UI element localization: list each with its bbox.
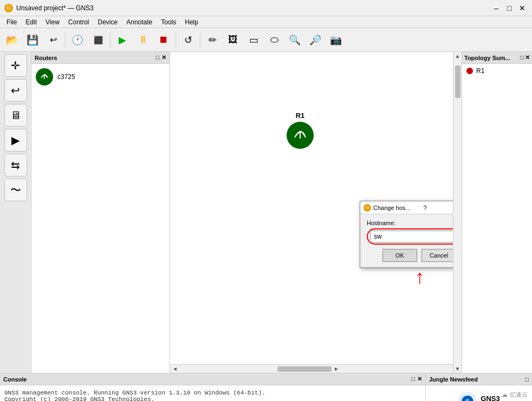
topology-item-r1[interactable]: R1 [462, 64, 532, 78]
status-dot-red [466, 68, 473, 74]
news-header: Jungle Newsfeed □ [426, 373, 532, 385]
terminal-button[interactable]: ⬛ [88, 30, 108, 50]
hostname-label: Hostname: [367, 220, 462, 226]
dialog-question-mark[interactable]: ? [424, 205, 427, 211]
rectangle-button[interactable]: ▭ [244, 30, 263, 50]
pause-button[interactable]: ⏸ [133, 30, 153, 50]
edit-button[interactable]: ✏ [203, 30, 222, 50]
devices-close-button[interactable]: ✕ [161, 54, 166, 61]
hostname-input-wrapper [367, 228, 462, 245]
console-restore-button[interactable]: □ [411, 376, 415, 383]
left-sidebar: ✛ ↩ 🖥 ▶ ⇆ 〜 [0, 52, 31, 373]
minimize-button[interactable]: – [491, 3, 502, 14]
dialog-title: Change hos... [373, 205, 411, 211]
close-button[interactable]: ✕ [517, 3, 528, 14]
ok-button[interactable]: OK [382, 249, 417, 262]
navigate-button[interactable]: ✛ [4, 54, 27, 77]
watermark: ☁ 亿速云 [502, 391, 528, 399]
menu-edit[interactable]: Edit [21, 17, 41, 27]
play-button[interactable]: ▶ [113, 30, 132, 50]
scroll-right-arrow[interactable]: ► [332, 366, 341, 372]
dialog-titlebar: G Change hos... ? ✕ [360, 201, 462, 214]
network-button[interactable]: ⇆ [4, 154, 27, 176]
up-arrow: ↑ [415, 266, 425, 288]
image-button[interactable]: 🖼 [223, 30, 243, 50]
dialog-buttons: OK Cancel [367, 249, 462, 262]
menu-view[interactable]: View [41, 17, 64, 27]
back-button[interactable]: ↩ [4, 79, 27, 102]
zoom-out-button[interactable]: 🔎 [306, 30, 325, 50]
topology-r1-label: R1 [476, 67, 484, 75]
monitor-button[interactable]: 🖥 [4, 104, 27, 127]
news-title: Jungle Newsfeed [429, 376, 478, 383]
main-area: ✛ ↩ 🖥 ▶ ⇆ 〜 Routers □ ✕ [0, 52, 532, 373]
save-button[interactable]: 💾 [23, 30, 42, 50]
scroll-down-arrow[interactable]: ▼ [455, 365, 460, 373]
menu-tools[interactable]: Tools [157, 17, 180, 27]
menu-file[interactable]: File [2, 17, 21, 27]
open-folder-button[interactable]: 📂 [2, 30, 22, 50]
zoom-in-button[interactable]: 🔍 [285, 30, 304, 50]
dialog-body: Hostname: OK Cancel [360, 214, 462, 267]
snake-button[interactable]: 〜 [4, 179, 27, 201]
topology-title: Topology Sum... [464, 55, 510, 61]
devices-list: c3725 [31, 64, 170, 90]
r1-label: R1 [296, 111, 305, 120]
bottom-area: Console □ ✕ GNS3 management console. Run… [0, 373, 532, 401]
screenshot-button[interactable]: 📷 [326, 30, 346, 50]
toolbar-separator-3 [176, 32, 176, 48]
topology-close-button[interactable]: ✕ [525, 54, 530, 61]
watermark-icon: ☁ [502, 391, 508, 398]
topology-restore-button[interactable]: □ [520, 54, 524, 61]
devices-restore-button[interactable]: □ [155, 54, 159, 61]
canvas-vertical-scrollbar[interactable]: ▲ ▼ [453, 52, 462, 373]
r1-router-icon[interactable] [287, 122, 314, 149]
devices-header: Routers □ ✕ [31, 52, 170, 64]
hostname-input[interactable] [370, 231, 462, 242]
menu-bar: File Edit View Control Device Annotate T… [0, 16, 532, 28]
news-restore-button[interactable]: □ [525, 376, 529, 383]
router-icon [36, 68, 53, 86]
console-title: Console [3, 376, 27, 383]
title-bar: G Unsaved project* — GNS3 – □ ✕ [0, 0, 532, 16]
console-header: Console □ ✕ [0, 373, 425, 385]
scroll-thumb[interactable] [455, 65, 460, 98]
r1-node[interactable]: R1 [287, 111, 314, 149]
jungle-logo-text-block: GNS3 Jungle [481, 395, 499, 401]
undo-button[interactable]: ↺ [178, 30, 198, 50]
window-title: Unsaved project* — GNS3 [16, 4, 94, 12]
dialog-titlebar-left: G Change hos... ? [364, 204, 427, 212]
topology-panel: Topology Sum... □ ✕ R1 [462, 52, 532, 373]
ellipse-button[interactable]: ⬭ [264, 30, 284, 50]
menu-control[interactable]: Control [64, 17, 94, 27]
maximize-button[interactable]: □ [504, 3, 515, 14]
console-close-button[interactable]: ✕ [417, 376, 422, 383]
toolbar-separator-4 [200, 32, 200, 48]
scroll-up-arrow[interactable]: ▲ [455, 52, 460, 60]
console-content: GNS3 management console. Running GNS3 ve… [0, 385, 425, 401]
title-bar-controls[interactable]: – □ ✕ [491, 3, 528, 14]
devices-header-controls[interactable]: □ ✕ [155, 54, 166, 61]
console-line-1: GNS3 management console. Running GNS3 ve… [4, 390, 421, 396]
device-name: c3725 [57, 73, 75, 81]
menu-help[interactable]: Help [180, 17, 203, 27]
stop-button[interactable]: ⏹ [154, 30, 173, 50]
topology-header-controls[interactable]: □ ✕ [520, 54, 530, 61]
list-item[interactable]: c3725 [34, 66, 167, 88]
clock-button[interactable]: 🕐 [68, 30, 87, 50]
news-header-controls[interactable]: □ [525, 376, 529, 383]
play-node-button[interactable]: ▶ [4, 129, 27, 152]
h-scroll-thumb[interactable] [277, 366, 332, 372]
topology-header: Topology Sum... □ ✕ [462, 52, 532, 64]
toolbar-separator-2 [110, 32, 111, 48]
refresh-button[interactable]: ↩ [43, 30, 63, 50]
scroll-left-arrow[interactable]: ◄ [170, 366, 180, 372]
canvas-horizontal-scrollbar[interactable]: ◄ ► [170, 364, 453, 373]
console-header-controls[interactable]: □ ✕ [411, 376, 422, 383]
change-hostname-dialog[interactable]: G Change hos... ? ✕ Hostname: OK Cancel [360, 201, 462, 268]
menu-device[interactable]: Device [94, 17, 122, 27]
menu-annotate[interactable]: Annotate [122, 17, 157, 27]
cancel-button[interactable]: Cancel [421, 249, 456, 262]
canvas-area[interactable]: R1 输入名称即可 点击ok完成设置 ↑ G Change hos. [170, 52, 462, 373]
router-svg [38, 70, 51, 83]
